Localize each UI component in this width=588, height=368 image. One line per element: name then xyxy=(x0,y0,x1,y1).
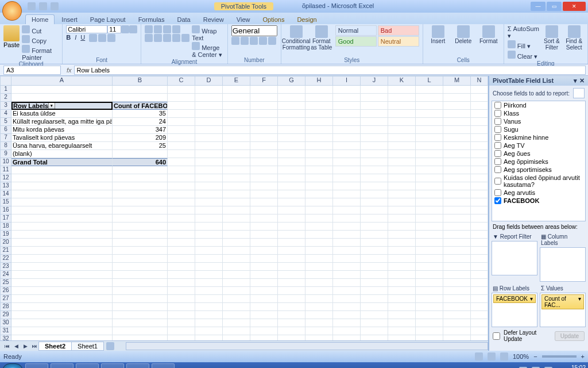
cell[interactable] xyxy=(195,239,223,247)
row-header[interactable]: 24 xyxy=(0,271,11,279)
cell[interactable] xyxy=(250,327,278,335)
cell[interactable] xyxy=(333,118,361,126)
cell[interactable] xyxy=(361,311,388,319)
cell[interactable] xyxy=(305,295,333,303)
cell[interactable] xyxy=(443,182,471,190)
cell[interactable] xyxy=(361,335,388,340)
cell[interactable] xyxy=(361,110,388,118)
cell[interactable] xyxy=(388,214,416,223)
cell[interactable] xyxy=(195,86,223,94)
tab-design[interactable]: Design xyxy=(291,15,322,24)
cell[interactable] xyxy=(168,198,195,206)
cell[interactable] xyxy=(333,279,361,287)
cell[interactable] xyxy=(11,271,113,279)
row-header[interactable]: 31 xyxy=(0,327,11,335)
cell[interactable] xyxy=(388,198,416,206)
cell[interactable] xyxy=(168,327,195,335)
cell[interactable] xyxy=(305,86,333,94)
cell[interactable] xyxy=(305,134,333,142)
cell[interactable] xyxy=(443,255,471,263)
values-area[interactable]: Count of FAC...▾ xyxy=(540,293,586,327)
cell[interactable] xyxy=(223,311,250,319)
cell[interactable] xyxy=(388,158,416,166)
cell[interactable] xyxy=(471,110,488,118)
cell[interactable] xyxy=(471,102,488,110)
cell[interactable] xyxy=(195,255,223,263)
cell[interactable] xyxy=(416,263,443,271)
cell[interactable] xyxy=(278,118,305,126)
cell[interactable] xyxy=(223,239,250,247)
cell[interactable] xyxy=(361,255,388,263)
cell[interactable] xyxy=(195,182,223,190)
cell[interactable] xyxy=(223,86,250,94)
cell[interactable] xyxy=(361,190,388,198)
cell[interactable] xyxy=(333,295,361,303)
field-checkbox[interactable] xyxy=(494,134,501,141)
cell[interactable] xyxy=(113,86,168,94)
cell[interactable] xyxy=(416,327,443,335)
dec-decimal-icon[interactable] xyxy=(268,37,276,45)
cell[interactable] xyxy=(278,231,305,239)
cell[interactable] xyxy=(278,158,305,166)
cell[interactable] xyxy=(113,255,168,263)
field-keskmine-hinne[interactable]: Keskmine hinne xyxy=(492,133,585,141)
cell[interactable] xyxy=(278,303,305,311)
row-header[interactable]: 12 xyxy=(0,174,11,182)
cell[interactable] xyxy=(388,295,416,303)
cell[interactable] xyxy=(278,279,305,287)
cell[interactable] xyxy=(361,174,388,182)
cell[interactable] xyxy=(278,311,305,319)
cell[interactable] xyxy=(361,126,388,134)
cell[interactable] xyxy=(361,182,388,190)
taskbar-excel[interactable] xyxy=(152,363,175,368)
cell[interactable]: Küllalt regulaarselt, aga mitte iga päev xyxy=(11,118,113,126)
field-checkbox[interactable] xyxy=(494,102,501,109)
cell[interactable] xyxy=(250,110,278,118)
cell[interactable] xyxy=(361,231,388,239)
cell[interactable] xyxy=(195,134,223,142)
cell[interactable] xyxy=(443,198,471,206)
cell[interactable] xyxy=(471,150,488,158)
cell[interactable] xyxy=(305,255,333,263)
cell[interactable] xyxy=(388,110,416,118)
col-header-M[interactable]: M xyxy=(443,76,471,86)
cell[interactable] xyxy=(416,311,443,319)
cell[interactable] xyxy=(388,102,416,110)
align-right-icon[interactable] xyxy=(163,34,171,42)
field-checkbox[interactable] xyxy=(494,166,501,173)
cell[interactable] xyxy=(250,118,278,126)
office-button[interactable] xyxy=(2,1,22,21)
style-good[interactable]: Good xyxy=(335,36,377,47)
cell[interactable] xyxy=(113,166,168,174)
cell[interactable] xyxy=(305,271,333,279)
cell[interactable] xyxy=(361,287,388,295)
cell[interactable] xyxy=(223,335,250,340)
row-header[interactable]: 27 xyxy=(0,295,11,303)
cell[interactable] xyxy=(361,247,388,255)
cell[interactable] xyxy=(333,174,361,182)
cell[interactable] xyxy=(471,174,488,182)
cell[interactable] xyxy=(250,231,278,239)
cell[interactable] xyxy=(168,255,195,263)
cell[interactable] xyxy=(223,126,250,134)
cell[interactable] xyxy=(195,118,223,126)
cell[interactable] xyxy=(443,303,471,311)
cell[interactable] xyxy=(361,279,388,287)
cell[interactable] xyxy=(113,198,168,206)
row-header[interactable]: 23 xyxy=(0,263,11,271)
cell[interactable] xyxy=(305,223,333,231)
cell[interactable] xyxy=(388,231,416,239)
cell[interactable] xyxy=(250,174,278,182)
cell[interactable] xyxy=(113,271,168,279)
cell[interactable] xyxy=(113,247,168,255)
tab-page-layout[interactable]: Page Layout xyxy=(84,15,131,24)
rowlabels-filter-icon[interactable]: ▾ xyxy=(48,102,55,109)
field-checkbox[interactable] xyxy=(494,178,501,185)
cell[interactable] xyxy=(361,263,388,271)
horizontal-scrollbar[interactable] xyxy=(126,342,488,350)
cell[interactable] xyxy=(168,319,195,327)
cell[interactable] xyxy=(11,311,113,319)
cell[interactable] xyxy=(195,110,223,118)
cell[interactable] xyxy=(250,311,278,319)
cell[interactable] xyxy=(471,134,488,142)
